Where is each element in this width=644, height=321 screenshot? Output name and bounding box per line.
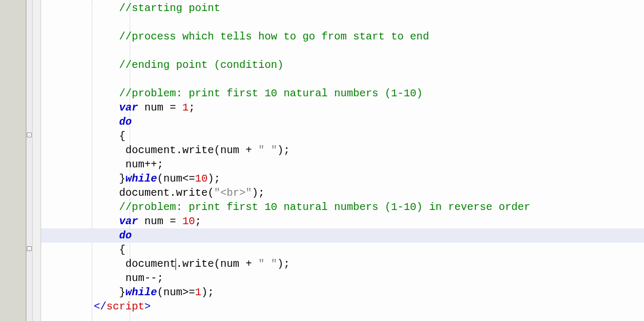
line-number: [0, 271, 26, 285]
code-token: while: [125, 173, 157, 185]
line-number: [0, 44, 26, 58]
code-line[interactable]: [41, 72, 644, 86]
line-number: [0, 143, 26, 157]
code-line[interactable]: do: [41, 115, 644, 129]
code-line[interactable]: document.write(num + " ");: [41, 143, 644, 157]
code-token: //starting point: [119, 2, 220, 14]
line-number: [0, 214, 26, 228]
code-token: 1: [195, 286, 201, 298]
code-token: 1: [182, 102, 189, 114]
code-token: " ": [258, 258, 277, 270]
line-number: [0, 172, 26, 186]
code-line[interactable]: [41, 44, 644, 58]
code-token: >: [144, 300, 151, 313]
line-number: [0, 72, 26, 86]
code-line[interactable]: //ending point (condition): [41, 58, 644, 72]
code-token: //problem: print first 10 natural number…: [119, 87, 423, 99]
code-token: </: [94, 300, 106, 313]
code-line[interactable]: var num = 1;: [41, 101, 644, 115]
fold-toggle-icon[interactable]: -: [27, 133, 32, 137]
code-token: " ": [258, 144, 277, 156]
code-line[interactable]: num--;: [41, 271, 644, 285]
code-token: var: [119, 215, 138, 227]
code-token: }: [119, 173, 125, 185]
code-line[interactable]: document.write("<br>");: [41, 186, 644, 200]
line-number: [0, 257, 26, 271]
code-token: );: [201, 286, 214, 298]
code-token: document.write(: [119, 187, 214, 199]
fold-toggle-icon[interactable]: -: [27, 246, 32, 251]
code-line[interactable]: </script>: [41, 299, 644, 314]
code-token: //ending point (condition): [119, 59, 284, 71]
code-token: num =: [138, 102, 182, 114]
code-line[interactable]: var num = 10;: [41, 214, 644, 228]
code-token: }: [119, 286, 125, 298]
code-token: document.write(num +: [119, 144, 258, 156]
code-editor[interactable]: -- //starting point //process which tell…: [0, 0, 644, 321]
fold-margin[interactable]: --: [26, 0, 33, 321]
bookmark-margin: [33, 0, 41, 321]
code-token: while: [125, 286, 157, 298]
line-number: [0, 243, 26, 257]
code-token: (num<=: [157, 173, 195, 185]
line-number: [0, 58, 26, 72]
line-number-gutter: [0, 0, 26, 321]
code-line[interactable]: //problem: print first 10 natural number…: [41, 200, 644, 214]
code-token: 10: [182, 215, 195, 227]
line-number: [0, 129, 26, 143]
code-token: num--;: [119, 272, 163, 284]
code-area[interactable]: //starting point //process which tells h…: [41, 0, 644, 321]
line-number: [0, 101, 26, 115]
code-token: );: [208, 173, 220, 185]
code-token: "<br>": [214, 187, 252, 199]
code-line[interactable]: document.write(num + " ");: [41, 257, 644, 271]
code-line[interactable]: }while(num<=10);: [41, 172, 644, 186]
code-token: {: [119, 130, 125, 142]
line-number: [0, 86, 26, 101]
code-token: );: [277, 144, 290, 156]
code-line[interactable]: //problem: print first 10 natural number…: [41, 86, 644, 101]
code-line[interactable]: [41, 15, 644, 29]
code-token: num =: [138, 215, 182, 227]
line-number: [0, 115, 26, 129]
code-token: var: [119, 102, 138, 114]
code-line[interactable]: //process which tells how to go from sta…: [41, 29, 644, 44]
code-line[interactable]: //starting point: [41, 1, 644, 15]
line-number: [0, 299, 26, 314]
code-token: document: [119, 258, 176, 270]
line-number: [0, 157, 26, 172]
code-line[interactable]: {: [41, 243, 644, 257]
code-token: //process which tells how to go from sta…: [119, 31, 429, 43]
code-line[interactable]: {: [41, 129, 644, 143]
code-token: );: [252, 187, 265, 199]
code-token: ;: [195, 215, 201, 227]
line-number: [0, 1, 26, 15]
code-token: );: [277, 258, 290, 270]
code-token: {: [119, 244, 125, 256]
line-number: [0, 228, 26, 243]
code-token: do: [119, 229, 132, 242]
code-line[interactable]: num++;: [41, 157, 644, 172]
code-token: do: [119, 116, 132, 128]
line-number: [0, 15, 26, 29]
code-line[interactable]: }while(num>=1);: [41, 285, 644, 299]
code-token: script: [106, 300, 144, 313]
line-number: [0, 285, 26, 299]
code-token: (num>=: [157, 286, 195, 298]
code-token: .write(num +: [176, 258, 258, 270]
code-line[interactable]: do: [41, 228, 644, 243]
code-token: ;: [189, 102, 195, 114]
code-token: //problem: print first 10 natural number…: [119, 201, 530, 213]
code-token: 10: [195, 173, 208, 185]
line-number: [0, 186, 26, 200]
code-token: num++;: [119, 158, 163, 170]
line-number: [0, 29, 26, 44]
line-number: [0, 200, 26, 214]
